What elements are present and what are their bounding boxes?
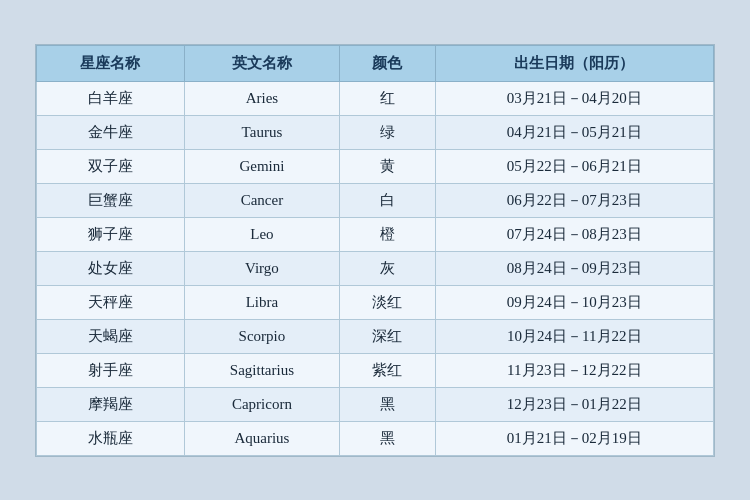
table-row: 金牛座Taurus绿04月21日－05月21日 [37, 115, 714, 149]
table-header-cell: 星座名称 [37, 45, 185, 81]
table-cell: Scorpio [184, 319, 339, 353]
table-cell: 橙 [339, 217, 435, 251]
table-row: 双子座Gemini黄05月22日－06月21日 [37, 149, 714, 183]
table-cell: Aries [184, 81, 339, 115]
table-cell: 巨蟹座 [37, 183, 185, 217]
table-row: 狮子座Leo橙07月24日－08月23日 [37, 217, 714, 251]
table-cell: 黑 [339, 421, 435, 455]
table-row: 水瓶座Aquarius黑01月21日－02月19日 [37, 421, 714, 455]
table-cell: 05月22日－06月21日 [435, 149, 713, 183]
table-cell: Cancer [184, 183, 339, 217]
table-cell: 金牛座 [37, 115, 185, 149]
table-row: 处女座Virgo灰08月24日－09月23日 [37, 251, 714, 285]
table-cell: 黑 [339, 387, 435, 421]
table-row: 天秤座Libra淡红09月24日－10月23日 [37, 285, 714, 319]
table-cell: 12月23日－01月22日 [435, 387, 713, 421]
table-cell: 04月21日－05月21日 [435, 115, 713, 149]
table-cell: 天蝎座 [37, 319, 185, 353]
table-cell: 天秤座 [37, 285, 185, 319]
table-cell: 深红 [339, 319, 435, 353]
table-cell: 摩羯座 [37, 387, 185, 421]
table-cell: 01月21日－02月19日 [435, 421, 713, 455]
table-cell: 水瓶座 [37, 421, 185, 455]
table-cell: 黄 [339, 149, 435, 183]
table-header-cell: 出生日期（阳历） [435, 45, 713, 81]
table-cell: Gemini [184, 149, 339, 183]
table-cell: Virgo [184, 251, 339, 285]
table-cell: 11月23日－12月22日 [435, 353, 713, 387]
table-row: 射手座Sagittarius紫红11月23日－12月22日 [37, 353, 714, 387]
table-cell: Sagittarius [184, 353, 339, 387]
table-cell: 白羊座 [37, 81, 185, 115]
table-cell: 射手座 [37, 353, 185, 387]
table-cell: 紫红 [339, 353, 435, 387]
table-cell: 处女座 [37, 251, 185, 285]
table-cell: 10月24日－11月22日 [435, 319, 713, 353]
table-cell: 灰 [339, 251, 435, 285]
table-cell: 绿 [339, 115, 435, 149]
table-cell: 双子座 [37, 149, 185, 183]
table-header-row: 星座名称英文名称颜色出生日期（阳历） [37, 45, 714, 81]
table-cell: 07月24日－08月23日 [435, 217, 713, 251]
table-cell: 08月24日－09月23日 [435, 251, 713, 285]
table-cell: Aquarius [184, 421, 339, 455]
table-header-cell: 英文名称 [184, 45, 339, 81]
table-row: 白羊座Aries红03月21日－04月20日 [37, 81, 714, 115]
table-cell: 白 [339, 183, 435, 217]
zodiac-table-container: 星座名称英文名称颜色出生日期（阳历） 白羊座Aries红03月21日－04月20… [35, 44, 715, 457]
table-row: 巨蟹座Cancer白06月22日－07月23日 [37, 183, 714, 217]
zodiac-table: 星座名称英文名称颜色出生日期（阳历） 白羊座Aries红03月21日－04月20… [36, 45, 714, 456]
table-cell: Taurus [184, 115, 339, 149]
table-cell: 03月21日－04月20日 [435, 81, 713, 115]
table-cell: Libra [184, 285, 339, 319]
table-cell: 09月24日－10月23日 [435, 285, 713, 319]
table-row: 摩羯座Capricorn黑12月23日－01月22日 [37, 387, 714, 421]
table-header-cell: 颜色 [339, 45, 435, 81]
table-cell: 红 [339, 81, 435, 115]
table-cell: Capricorn [184, 387, 339, 421]
table-cell: 06月22日－07月23日 [435, 183, 713, 217]
table-cell: 淡红 [339, 285, 435, 319]
table-row: 天蝎座Scorpio深红10月24日－11月22日 [37, 319, 714, 353]
table-cell: 狮子座 [37, 217, 185, 251]
table-cell: Leo [184, 217, 339, 251]
